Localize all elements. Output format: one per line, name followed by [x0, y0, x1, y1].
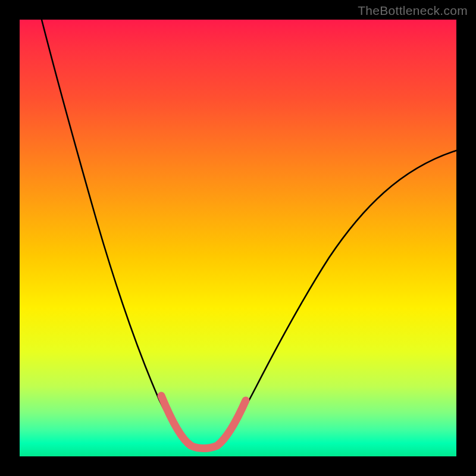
chart-frame: TheBottleneck.com [0, 0, 476, 476]
optimal-range-highlight [161, 396, 246, 449]
bottleneck-curve-svg [20, 20, 456, 456]
bottleneck-curve [42, 20, 456, 450]
plot-area [20, 20, 456, 456]
watermark-text: TheBottleneck.com [358, 4, 468, 18]
